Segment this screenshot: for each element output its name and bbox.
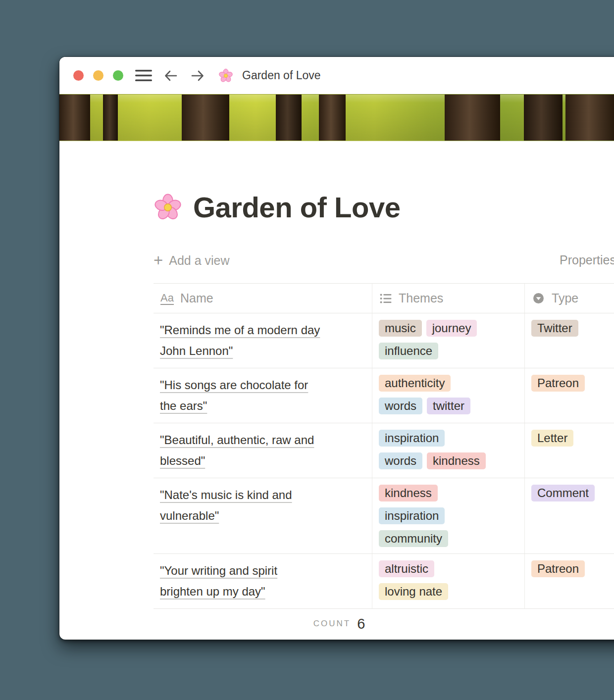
row-title-link[interactable]: "Nate's music is kind and vulnerable" (160, 488, 292, 522)
tree-trunk (445, 95, 500, 141)
theme-tag[interactable]: loving nate (379, 583, 448, 600)
table-row: "Reminds me of a modern day John Lennon"… (154, 313, 614, 368)
type-tag[interactable]: Twitter (531, 320, 578, 337)
table-footer: COUNT 6 (59, 609, 614, 639)
column-header-type[interactable]: Type (525, 284, 614, 313)
row-name-wrap: "Your writing and spirit brighten up my … (160, 560, 323, 602)
theme-tag[interactable]: words (379, 398, 422, 414)
tree-trunk (182, 95, 229, 141)
tree-trunk (524, 95, 563, 141)
type-tag-line: Patreon (531, 375, 614, 392)
theme-tag[interactable]: authenticity (379, 375, 451, 392)
theme-tag-line: inspiration (379, 430, 517, 447)
theme-tag[interactable]: words (379, 452, 422, 469)
tree-trunk (59, 95, 90, 141)
theme-tag[interactable]: altruistic (379, 560, 434, 577)
theme-tag-line: wordskindness (379, 452, 517, 469)
theme-tag[interactable]: music (379, 320, 422, 337)
tree-trunk (319, 95, 346, 141)
row-name-wrap: "His songs are chocolate for the ears" (160, 375, 323, 416)
type-tag-line: Twitter (531, 320, 614, 337)
count-value: 6 (357, 616, 365, 632)
row-name-cell[interactable]: "Your writing and spirit brighten up my … (154, 554, 372, 608)
tree-trunk (276, 95, 302, 141)
type-tag-line: Comment (531, 485, 614, 501)
theme-tag[interactable]: kindness (379, 485, 438, 501)
tree-trunk (103, 95, 118, 141)
row-type-cell[interactable]: Patreon (525, 368, 614, 423)
cherry-blossom-icon[interactable] (154, 193, 182, 222)
row-name-cell[interactable]: "Nate's music is kind and vulnerable" (154, 478, 372, 553)
theme-tag[interactable]: twitter (427, 398, 470, 414)
traffic-lights (73, 70, 123, 81)
row-themes-cell[interactable]: altruisticloving nate (372, 554, 525, 608)
table-row: "Nate's music is kind and vulnerable"kin… (154, 478, 614, 554)
theme-tag-line: wordstwitter (379, 398, 517, 414)
window-titlebar: Garden of Love (59, 57, 614, 94)
row-title-link[interactable]: "Your writing and spirit brighten up my … (160, 564, 277, 598)
page-cover-image (59, 94, 614, 141)
row-title-link[interactable]: "Beautiful, authentic, raw and blessed" (160, 433, 314, 467)
theme-tag-line: musicjourney (379, 320, 517, 337)
menu-icon[interactable] (135, 69, 152, 82)
row-type-cell[interactable]: Twitter (525, 313, 614, 368)
theme-tag[interactable]: influence (379, 343, 438, 359)
row-themes-cell[interactable]: musicjourneyinfluence (372, 313, 525, 368)
theme-tag[interactable]: kindness (427, 452, 486, 469)
row-title-link[interactable]: "Reminds me of a modern day John Lennon" (160, 323, 320, 357)
row-name-wrap: "Nate's music is kind and vulnerable" (160, 485, 323, 526)
title-property-icon: Aa (160, 292, 174, 305)
add-view-button[interactable]: + Add a view (154, 253, 230, 268)
type-tag[interactable]: Patreon (531, 375, 585, 392)
table-row: "Your writing and spirit brighten up my … (154, 554, 614, 609)
row-type-cell[interactable]: Comment (525, 478, 614, 553)
properties-button[interactable]: Properties (560, 253, 614, 267)
type-tag-line: Patreon (531, 560, 614, 577)
database-table: Aa Name Themes Type (154, 283, 614, 609)
page-header: Garden of Love (154, 191, 614, 224)
row-name-wrap: "Beautiful, authentic, raw and blessed" (160, 430, 323, 471)
row-type-cell[interactable]: Patreon (525, 554, 614, 608)
zoom-window-button[interactable] (113, 70, 123, 81)
row-type-cell[interactable]: Letter (525, 423, 614, 478)
table-header-row: Aa Name Themes Type (154, 284, 614, 313)
column-header-themes[interactable]: Themes (372, 284, 525, 313)
table-row: "His songs are chocolate for the ears"au… (154, 368, 614, 423)
select-dropdown-icon (532, 292, 545, 305)
row-themes-cell[interactable]: kindnessinspirationcommunity (372, 478, 525, 553)
type-tag[interactable]: Patreon (531, 560, 585, 577)
page-title[interactable]: Garden of Love (193, 191, 400, 224)
plus-icon: + (154, 253, 163, 268)
theme-tag[interactable]: community (379, 530, 448, 547)
tree-trunk (565, 95, 614, 141)
count-label[interactable]: COUNT (313, 619, 351, 629)
multiselect-list-icon (379, 292, 392, 305)
row-name-wrap: "Reminds me of a modern day John Lennon" (160, 320, 323, 361)
theme-tag[interactable]: inspiration (379, 507, 445, 524)
row-themes-cell[interactable]: inspirationwordskindness (372, 423, 525, 478)
back-arrow-icon[interactable] (163, 68, 179, 84)
row-themes-cell[interactable]: authenticitywordstwitter (372, 368, 525, 423)
minimize-window-button[interactable] (93, 70, 103, 81)
table-row: "Beautiful, authentic, raw and blessed"i… (154, 423, 614, 478)
theme-tag[interactable]: inspiration (379, 430, 445, 447)
cherry-blossom-icon (218, 68, 233, 83)
theme-tag-line: authenticity (379, 375, 517, 392)
view-toolbar: + Add a view Properties (154, 250, 614, 271)
type-tag-line: Letter (531, 430, 614, 447)
row-title-link[interactable]: "His songs are chocolate for the ears" (160, 378, 308, 412)
row-name-cell[interactable]: "Beautiful, authentic, raw and blessed" (154, 423, 372, 478)
theme-tag-line: inspiration (379, 507, 517, 524)
forward-arrow-icon[interactable] (190, 68, 205, 84)
theme-tag-line: influence (379, 343, 517, 359)
row-name-cell[interactable]: "His songs are chocolate for the ears" (154, 368, 372, 423)
type-tag[interactable]: Comment (531, 485, 595, 501)
notion-window: Garden of Love Garden of Love + Add a vi… (59, 57, 614, 640)
theme-tag[interactable]: journey (426, 320, 477, 337)
theme-tag-line: kindness (379, 485, 517, 501)
column-header-name[interactable]: Aa Name (154, 284, 372, 313)
row-name-cell[interactable]: "Reminds me of a modern day John Lennon" (154, 313, 372, 368)
close-window-button[interactable] (73, 70, 84, 81)
type-tag[interactable]: Letter (531, 430, 573, 447)
theme-tag-line: altruistic (379, 560, 517, 577)
